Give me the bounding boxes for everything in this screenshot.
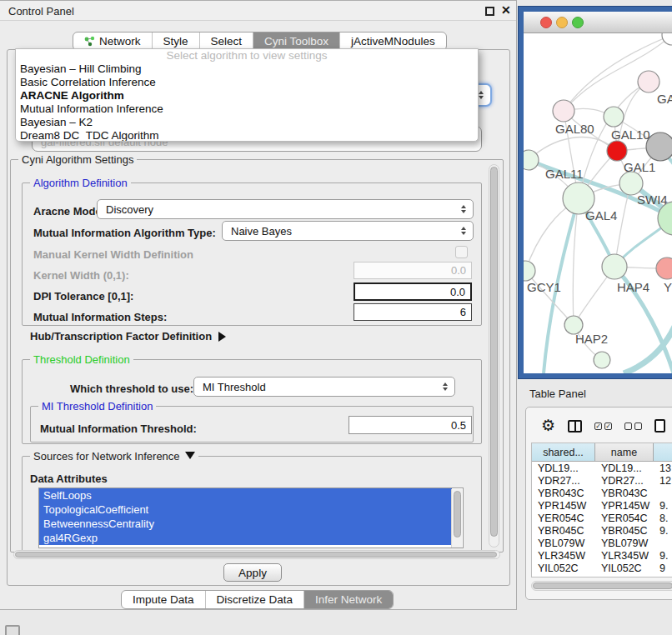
control-panel-titlebar: Control Panel ✕: [0, 1, 516, 21]
tab-jactivemnodules[interactable]: jActiveMNodules: [339, 32, 446, 50]
which-threshold-combo[interactable]: MI Threshold: [193, 377, 455, 397]
deselect-all-checkboxes-icon[interactable]: [624, 422, 642, 430]
algorithm-option[interactable]: Dream8 DC_TDC Algorithm: [16, 129, 478, 142]
algorithm-option[interactable]: ARACNE Algorithm: [16, 89, 478, 102]
tab-cyni-toolbox[interactable]: Cyni Toolbox: [253, 32, 339, 50]
algorithm-option[interactable]: Bayesian – K2: [16, 116, 478, 129]
node-label: GAL80: [555, 122, 594, 136]
table-horizontal-scrollbar[interactable]: [531, 581, 672, 591]
network-node[interactable]: [602, 254, 627, 279]
network-edge: [624, 317, 672, 373]
select-all-checkboxes-icon[interactable]: ✓✓: [594, 422, 612, 430]
table-cell: YBR043C: [595, 488, 654, 499]
table-cell: YDR27...: [595, 475, 654, 487]
combo-spinner-icon: [461, 227, 466, 235]
network-node[interactable]: [524, 150, 539, 170]
algorithm-option[interactable]: Mutual Information Inference: [16, 102, 478, 116]
combo-spinner-icon: [479, 91, 484, 99]
data-attributes-label: Data Attributes: [30, 472, 108, 485]
mi-algorithm-type-value: Naive Bayes: [231, 225, 292, 238]
columns-icon[interactable]: [568, 420, 582, 432]
manual-kernel-checkbox[interactable]: [455, 246, 468, 258]
window-close-icon[interactable]: [540, 17, 552, 28]
algorithm-option[interactable]: Bayesian – Hill Climbing: [16, 62, 478, 76]
attribute-item[interactable]: SelfLoops: [39, 488, 452, 502]
mi-threshold-field[interactable]: 0.5: [349, 416, 472, 434]
hub-definition-toggle[interactable]: Hub/Transcription Factor Definition: [30, 330, 226, 342]
attributes-list-scrollbar[interactable]: [451, 489, 462, 548]
tab-network[interactable]: Network: [73, 32, 152, 50]
kernel-width-label: Kernel Width (0,1):: [33, 269, 129, 282]
table-row[interactable]: YIL052CYIL052C9: [532, 562, 672, 572]
mi-steps-field[interactable]: 6: [354, 303, 472, 321]
table-panel-title: Table Panel: [529, 388, 586, 400]
hub-definition-label: Hub/Transcription Factor Definition: [30, 330, 212, 342]
close-icon[interactable]: ✕: [501, 3, 511, 17]
tab-infer-network[interactable]: Infer Network: [303, 591, 393, 608]
dpi-tolerance-field[interactable]: 0.0: [354, 282, 472, 301]
network-window-titlebar[interactable]: [524, 12, 672, 33]
network-node[interactable]: [604, 107, 624, 127]
network-node[interactable]: [656, 258, 672, 279]
table-row[interactable]: YDL19...YDL19...13: [532, 462, 672, 474]
attribute-item[interactable]: gal4RGexp: [39, 531, 452, 545]
node-label: Y: [664, 280, 672, 294]
settings-group-title: Cyni Algorithm Settings: [18, 153, 137, 166]
window-minimize-icon[interactable]: [556, 17, 568, 28]
table-cell: YPR145W: [595, 500, 654, 512]
node-label: GAL1: [624, 160, 655, 174]
network-node[interactable]: [662, 33, 672, 45]
table-cell: YBL079W: [595, 538, 654, 549]
table-cell: YIL052C: [595, 562, 654, 572]
table-cell: 9: [654, 562, 672, 572]
table-cell: YBR045C: [595, 525, 654, 537]
window-zoom-icon[interactable]: [572, 17, 584, 28]
node-label: GAL: [657, 92, 672, 106]
apply-button[interactable]: Apply: [223, 563, 282, 582]
tab-select[interactable]: Select: [199, 32, 253, 50]
settings-horizontal-scrollbar[interactable]: [13, 550, 500, 559]
network-canvas[interactable]: GALGAL80GAL10GAL11GAL1SWI4GAL4GCY1HAP4YH…: [524, 33, 672, 373]
table-row[interactable]: YBL079WYBL079W: [532, 537, 672, 549]
table-row[interactable]: YDR27...YDR27...12: [532, 474, 672, 487]
network-node[interactable]: [638, 71, 659, 92]
combo-spinner-icon: [461, 205, 466, 213]
gear-icon[interactable]: ⚙: [541, 418, 555, 434]
table-row[interactable]: YLR345WYLR345W9.: [532, 549, 672, 562]
network-node[interactable]: [594, 352, 610, 368]
sources-title[interactable]: Sources for Network Inference: [30, 450, 198, 462]
table-row[interactable]: YER054CYER054C8.: [532, 512, 672, 524]
panel-title: Control Panel: [8, 5, 74, 18]
column-header[interactable]: shared...: [532, 443, 595, 461]
table-cell: YPR145W: [532, 500, 595, 512]
mi-algorithm-type-combo[interactable]: Naive Bayes: [222, 221, 474, 241]
tab-impute-data[interactable]: Impute Data: [122, 591, 205, 608]
algorithm-option[interactable]: Basic Correlation Inference: [16, 76, 478, 89]
aracne-mode-combo[interactable]: Discovery: [97, 199, 474, 219]
tab-style[interactable]: Style: [152, 32, 199, 50]
table-row[interactable]: YPR145WYPR145W9.: [532, 499, 672, 512]
column-header[interactable]: name: [595, 443, 654, 461]
docked-panel-icon[interactable]: [5, 625, 20, 635]
network-node[interactable]: [524, 261, 535, 281]
attribute-item[interactable]: TopologicalCoefficient: [39, 502, 452, 517]
network-view-window: GALGAL80GAL10GAL11GAL1SWI4GAL4GCY1HAP4YH…: [519, 7, 672, 378]
table-row[interactable]: YBR045CYBR045C9.: [532, 524, 672, 537]
network-edge: [529, 138, 617, 160]
threshold-definition-title: Threshold Definition: [30, 353, 133, 366]
tab-discretize-data[interactable]: Discretize Data: [205, 591, 304, 608]
table-row[interactable]: YBR043CYBR043C: [532, 487, 672, 499]
network-node[interactable]: [619, 172, 643, 195]
kernel-width-field: 0.0: [354, 262, 472, 279]
attribute-item[interactable]: BetweennessCentrality: [39, 517, 452, 531]
aracne-mode-value: Discovery: [106, 203, 153, 216]
dropdown-prompt: Select algorithm to view settings: [16, 49, 478, 62]
document-icon[interactable]: [654, 419, 665, 432]
column-header[interactable]: [654, 443, 672, 461]
cyni-mode-tabs: Impute DataDiscretize DataInfer Network: [121, 590, 394, 609]
float-window-icon[interactable]: [485, 7, 494, 16]
mi-algorithm-type-label: Mutual Information Algorithm Type:: [33, 227, 216, 239]
network-node[interactable]: [553, 100, 574, 122]
settings-vertical-scrollbar[interactable]: [489, 164, 499, 548]
network-node[interactable]: [607, 141, 627, 161]
